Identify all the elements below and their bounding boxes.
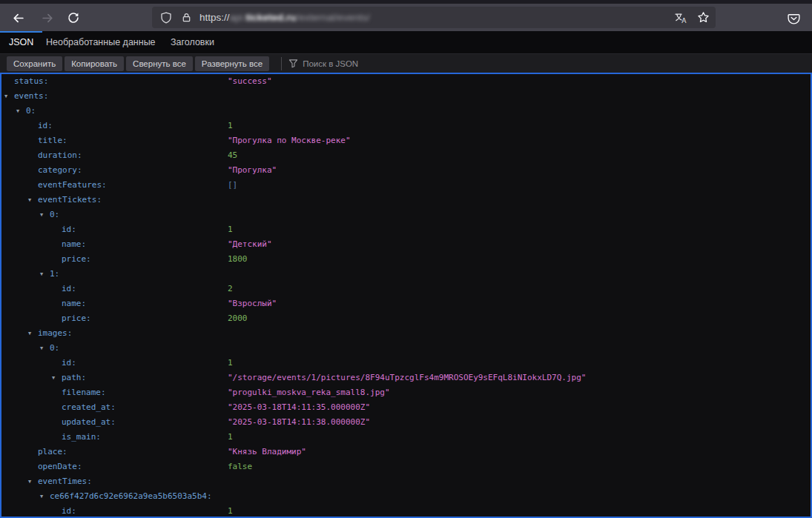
viewer-tab-raw-data[interactable]: Необработанные данные [37, 31, 165, 53]
json-value: false [228, 459, 252, 474]
json-row[interactable]: ▼path:"/storage/events/1/pictures/8F94uT… [1, 371, 811, 385]
url-bar[interactable]: https://api.ticketed.ru/external/events/… [152, 7, 716, 28]
collapse-arrow-icon[interactable]: ▼ [40, 267, 50, 282]
collapse-arrow-icon[interactable]: ▼ [16, 104, 26, 119]
collapse-arrow-icon[interactable]: ▼ [40, 489, 50, 504]
json-row[interactable]: ▼images: [1, 326, 811, 341]
json-row[interactable]: eventFeatures:[] [1, 178, 811, 193]
forward-button[interactable] [39, 9, 56, 27]
json-key: images: [38, 328, 72, 338]
json-row[interactable]: id:1 [1, 119, 811, 133]
collapse-arrow-icon[interactable]: ▼ [28, 474, 38, 489]
url-scheme: https:// [199, 12, 230, 23]
json-key: price: [62, 313, 91, 323]
json-key: 0: [50, 343, 59, 353]
toolbar-separator [281, 57, 282, 70]
json-row[interactable]: is_main:1 [1, 430, 811, 445]
json-key: is_main: [62, 432, 101, 442]
json-row[interactable]: price:2000 [1, 311, 811, 326]
reload-icon [67, 12, 79, 24]
lock-icon[interactable] [181, 12, 192, 23]
json-row[interactable]: created_at:"2025-03-18T14:11:35.000000Z" [1, 400, 811, 415]
json-row[interactable]: price:1800 [1, 252, 811, 267]
json-viewer-tabbar: JSONНеобработанные данныеЗаголовки [0, 31, 812, 53]
json-row[interactable]: ▼eventTickets: [1, 193, 811, 207]
json-key: updated_at: [62, 417, 116, 427]
json-value: 45 [228, 148, 237, 163]
json-key: duration: [38, 150, 82, 160]
collapse-arrow-icon[interactable]: ▼ [28, 193, 38, 207]
json-key: 0: [50, 210, 59, 219]
back-button[interactable] [9, 9, 27, 27]
json-value: 1800 [228, 252, 248, 267]
json-value: "2025-03-18T14:11:35.000000Z" [228, 400, 370, 415]
json-row[interactable]: status:"success" [1, 74, 811, 89]
collapse-all-button[interactable]: Свернуть все [126, 56, 193, 71]
json-key: eventFeatures: [38, 180, 107, 190]
json-value: 1 [228, 222, 233, 237]
json-key: name: [62, 239, 86, 249]
json-row[interactable]: id:1 [1, 356, 811, 371]
search-placeholder: Поиск в JSON [303, 59, 358, 68]
json-key: id: [62, 506, 76, 516]
json-row[interactable]: ▼0: [1, 207, 811, 222]
url-domain: ticketed.ru [245, 12, 296, 23]
json-row[interactable]: name:"Детский" [1, 237, 811, 252]
json-key: category: [38, 165, 82, 175]
json-row[interactable]: updated_at:"2025-03-18T14:11:38.000000Z" [1, 415, 811, 430]
json-row[interactable]: openDate:false [1, 459, 811, 474]
json-value: 1 [228, 504, 233, 518]
copy-button[interactable]: Копировать [65, 56, 124, 71]
bookmark-star-icon[interactable] [695, 10, 711, 26]
json-value: "/storage/events/1/pictures/8F94uTpzcglF… [228, 371, 586, 385]
json-row[interactable]: title:"Прогулка по Москве-реке" [1, 133, 811, 148]
shield-icon[interactable] [160, 12, 172, 24]
json-key: events: [14, 91, 48, 101]
json-row[interactable]: ▼events: [1, 89, 811, 104]
viewer-tab-json[interactable]: JSON [0, 31, 42, 53]
json-row[interactable]: filename:"progulki_moskva_reka_small8.jp… [1, 385, 811, 400]
json-row[interactable]: id:2 [1, 282, 811, 296]
json-row[interactable]: id:1 [1, 504, 811, 518]
json-row[interactable]: ▼1: [1, 267, 811, 282]
json-row[interactable]: name:"Взрослый" [1, 296, 811, 311]
json-key: title: [38, 136, 67, 145]
json-value: 1 [228, 430, 233, 445]
collapse-arrow-icon[interactable]: ▼ [52, 371, 62, 385]
json-value: 1 [228, 356, 233, 371]
pocket-icon[interactable] [785, 10, 802, 27]
reload-button[interactable] [65, 9, 82, 27]
json-value: 2000 [228, 311, 248, 326]
json-row[interactable]: ▼eventTimes: [1, 474, 811, 489]
url-text: https://api.ticketed.ru/external/events/ [199, 12, 370, 23]
json-value: 2 [228, 282, 233, 296]
json-key: ce66f427d6c92e6962a9ea5b6503a5b4: [50, 491, 212, 501]
collapse-arrow-icon[interactable]: ▼ [40, 341, 50, 356]
json-rows-container: status:"success"▼events:▼0:id:1title:"Пр… [1, 74, 811, 518]
json-row[interactable]: id:1 [1, 222, 811, 237]
viewer-tab-headers[interactable]: Заголовки [162, 31, 223, 53]
collapse-arrow-icon[interactable]: ▼ [28, 326, 38, 341]
json-viewer-toolbar: СохранитьКопироватьСвернуть всеРазвернут… [0, 53, 812, 73]
url-subdomain: api. [230, 12, 246, 23]
json-row[interactable]: ▼0: [1, 104, 811, 119]
json-row[interactable]: ▼0: [1, 341, 811, 356]
json-row[interactable]: category:"Прогулка" [1, 163, 811, 178]
save-button[interactable]: Сохранить [7, 56, 62, 71]
expand-all-button[interactable]: Развернуть все [195, 56, 269, 71]
json-key: 0: [26, 106, 36, 116]
json-key: eventTimes: [38, 477, 92, 486]
json-value: "Прогулка по Москве-реке" [228, 133, 351, 148]
json-tree-panel[interactable]: status:"success"▼events:▼0:id:1title:"Пр… [0, 73, 812, 518]
json-search-box[interactable]: Поиск в JSON [288, 59, 358, 68]
json-row[interactable]: place:"Князь Владимир" [1, 445, 811, 459]
browser-navbar: https://api.ticketed.ru/external/events/… [0, 4, 812, 31]
json-row[interactable]: ▼ce66f427d6c92e6962a9ea5b6503a5b4: [1, 489, 811, 504]
translate-icon[interactable]: A [673, 10, 689, 26]
json-key: status: [14, 76, 48, 86]
json-row[interactable]: duration:45 [1, 148, 811, 163]
collapse-arrow-icon[interactable]: ▼ [40, 207, 50, 222]
json-key: name: [62, 299, 86, 308]
collapse-arrow-icon[interactable]: ▼ [4, 89, 14, 104]
forward-arrow-icon [42, 12, 54, 24]
